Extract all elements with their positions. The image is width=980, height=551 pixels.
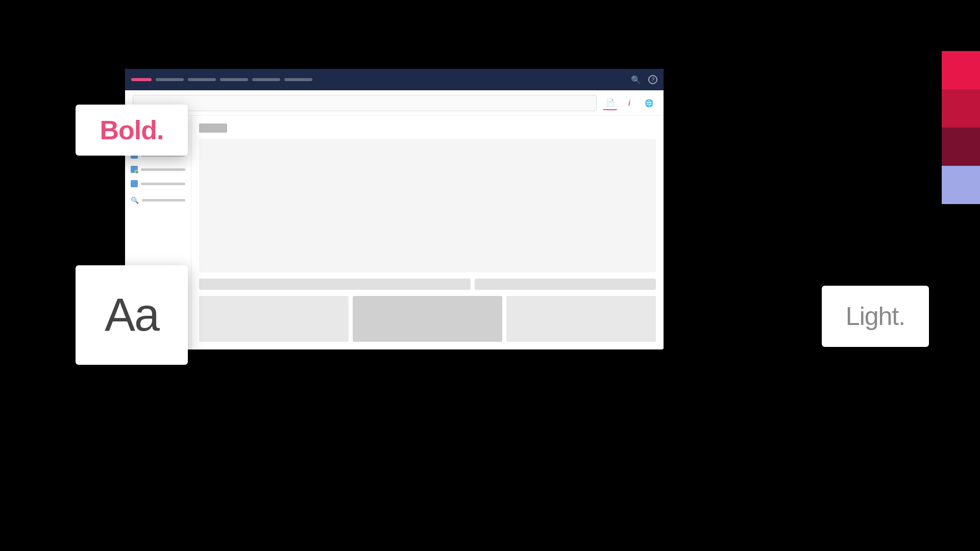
app-window: 🔍 ? 📄 i 🌐 xyxy=(125,69,664,349)
sidebar-item-4[interactable] xyxy=(129,164,187,175)
bottom-cell-3 xyxy=(506,296,656,342)
search-bar[interactable] xyxy=(133,95,597,111)
swatch-lavender-blue xyxy=(942,166,980,204)
content-bar-right xyxy=(475,279,656,290)
nav-item-1[interactable] xyxy=(156,78,184,81)
bottom-cell-2 xyxy=(353,296,502,342)
content-bar-left xyxy=(199,279,471,290)
swatch-dark-red xyxy=(942,128,980,166)
light-label: Light. xyxy=(846,302,905,331)
bottom-row xyxy=(199,296,656,342)
nav-item-active[interactable] xyxy=(131,78,152,81)
nav-item-5[interactable] xyxy=(284,78,312,81)
sidebar-search-icon: 🔍 xyxy=(131,196,139,204)
sidebar-icon-4 xyxy=(131,166,138,173)
search-icon[interactable]: 🔍 xyxy=(631,75,641,85)
nav-item-3[interactable] xyxy=(220,78,248,81)
swatch-crimson xyxy=(942,89,980,128)
main-content xyxy=(191,116,664,349)
content-area: 🔍 xyxy=(125,116,664,349)
sidebar-search-bar xyxy=(142,199,185,202)
sidebar-item-5[interactable] xyxy=(129,178,187,189)
nav-item-4[interactable] xyxy=(252,78,280,81)
toolbar-icons: 📄 i 🌐 xyxy=(603,96,656,110)
aa-label: Aa xyxy=(105,289,159,341)
globe-icon[interactable]: 🌐 xyxy=(642,96,656,110)
sidebar-icon-5 xyxy=(131,180,138,187)
help-icon[interactable]: ? xyxy=(648,75,657,84)
aa-card: Aa xyxy=(76,265,188,365)
bottom-cell-1 xyxy=(199,296,349,342)
bold-label: Bold. xyxy=(100,115,164,145)
content-skeleton-body xyxy=(199,139,656,272)
nav-bar: 🔍 ? xyxy=(125,69,664,90)
color-swatches-panel xyxy=(942,51,980,204)
swatch-hot-pink xyxy=(942,51,980,89)
sidebar-label-5 xyxy=(141,183,185,185)
info-icon[interactable]: i xyxy=(622,96,636,110)
bold-card: Bold. xyxy=(76,105,188,156)
document-icon[interactable]: 📄 xyxy=(603,96,617,110)
sub-nav: 📄 i 🌐 xyxy=(125,90,664,116)
content-bar-row xyxy=(199,279,656,290)
sidebar-label-4 xyxy=(141,168,185,171)
content-header xyxy=(199,123,656,133)
light-card: Light. xyxy=(822,286,929,347)
sidebar-search[interactable]: 🔍 xyxy=(129,194,187,206)
nav-icons: 🔍 ? xyxy=(631,75,657,85)
content-tag xyxy=(199,123,227,133)
nav-item-2[interactable] xyxy=(188,78,216,81)
